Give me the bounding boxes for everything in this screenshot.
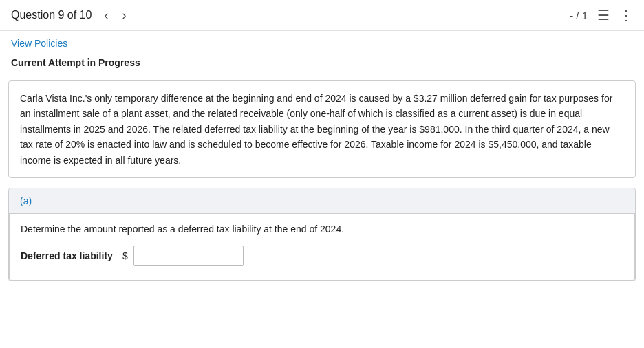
part-label: (a) (20, 195, 32, 206)
part-instruction: Determine the amount reported as a defer… (21, 224, 623, 235)
list-icon[interactable]: ☰ (597, 7, 610, 23)
question-text: Carla Vista Inc.'s only temporary differ… (20, 93, 612, 166)
question-label: Question 9 of 10 (11, 9, 92, 21)
current-attempt-section: Current Attempt in Progress (0, 52, 644, 75)
view-policies-section: View Policies (0, 31, 644, 52)
current-attempt-label: Current Attempt in Progress (11, 57, 140, 68)
deferred-tax-input[interactable] (133, 246, 244, 266)
more-options-icon[interactable]: ⋮ (619, 7, 633, 23)
prev-arrow-button[interactable]: ‹ (100, 8, 112, 23)
header-right: - / 1 ☰ ⋮ (570, 7, 633, 23)
score-label: - / 1 (570, 10, 588, 21)
part-header: (a) (9, 188, 635, 214)
question-text-box: Carla Vista Inc.'s only temporary differ… (8, 80, 636, 178)
deferred-tax-label: Deferred tax liability (21, 250, 117, 261)
view-policies-link[interactable]: View Policies (11, 38, 67, 49)
next-arrow-button[interactable]: › (118, 8, 130, 23)
input-row: Deferred tax liability $ (21, 246, 623, 266)
part-section: (a) Determine the amount reported as a d… (8, 188, 636, 281)
part-body: Determine the amount reported as a defer… (9, 214, 635, 281)
dollar-sign: $ (122, 250, 128, 261)
header: Question 9 of 10 ‹ › - / 1 ☰ ⋮ (0, 0, 644, 31)
